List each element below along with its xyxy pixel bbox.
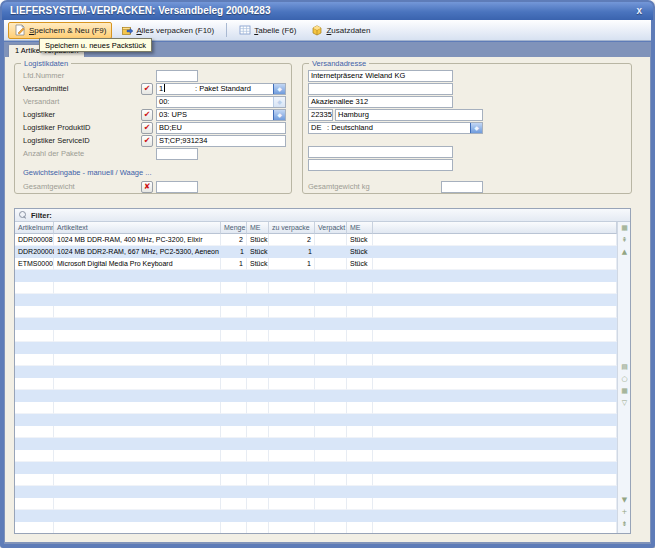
table-cell (221, 486, 247, 498)
gesamtgewicht-xmark-icon[interactable]: ✘ (141, 181, 153, 193)
table-cell (54, 474, 221, 486)
table-row[interactable]: ETMS00003Microsoft Digital Media Pro Key… (15, 258, 617, 270)
nav-last-icon[interactable]: ⇟ (618, 519, 631, 529)
table-cell (315, 270, 347, 282)
address-extra1-field[interactable] (308, 146, 453, 158)
table-row[interactable] (15, 318, 617, 330)
table-cell (315, 522, 347, 533)
column-header-7[interactable]: ME (347, 222, 373, 234)
address-city-field[interactable]: Hamburg (335, 109, 483, 121)
country-dropdown-icon[interactable]: ◆ (470, 123, 482, 133)
table-row[interactable] (15, 378, 617, 390)
table-row[interactable] (15, 330, 617, 342)
column-chooser-icon[interactable]: ▦ (618, 223, 631, 233)
table-cell (54, 270, 221, 282)
close-icon[interactable]: x (636, 2, 642, 20)
table-cell (221, 306, 247, 318)
nav-filter-icon[interactable]: ▽ (618, 398, 631, 408)
table-row[interactable] (15, 270, 617, 282)
extra-data-button[interactable]: Zusatzdaten (305, 22, 376, 39)
column-header-6[interactable]: Verpackt (315, 222, 347, 234)
address-name2-field[interactable] (308, 83, 453, 95)
table-row[interactable] (15, 510, 617, 522)
address-zip-field[interactable]: 22335 (308, 109, 333, 121)
column-header-3[interactable]: Menge (221, 222, 247, 234)
weight-section-label[interactable]: Gewichtseingabe - manuell / Waage ... (23, 167, 152, 178)
nav-list-icon[interactable]: ▤ (618, 362, 631, 372)
grid-scrollbar[interactable]: ▦ ⇞ ▲ ▤ ○ ▦ ▽ ▼ + ⇟ (617, 222, 630, 533)
table-row[interactable] (15, 522, 617, 533)
table-button[interactable]: Tabelle (F6) (233, 22, 302, 39)
anzahl-pakete-field[interactable] (156, 148, 198, 160)
table-row[interactable] (15, 486, 617, 498)
pack-all-button[interactable]: Alles verpacken (F10) (115, 22, 220, 39)
table-cell (54, 510, 221, 522)
versandmittel-checkmark-icon[interactable]: ✔ (141, 83, 153, 95)
table-row[interactable]: DDR2000081024 MB DDR2-RAM, 667 MHz, PC2-… (15, 246, 617, 258)
produkt-id-field[interactable]: BD;EU (156, 122, 286, 134)
table-cell (347, 270, 373, 282)
table-cell (315, 462, 347, 474)
column-header-4[interactable]: ME (247, 222, 269, 234)
address-name1-field[interactable]: Internetpräsenz Wieland KG (308, 70, 453, 82)
service-id-field[interactable]: ST;CP;931234 (156, 135, 286, 147)
table-cell (247, 438, 269, 450)
filter-bar[interactable]: Filter: (15, 209, 630, 222)
column-header-1[interactable]: Artikelnummer (15, 222, 54, 234)
column-header-5[interactable]: zu verpacke (269, 222, 315, 234)
table-row[interactable] (15, 498, 617, 510)
save-new-button[interactable]: Speichern & Neu (F9) (8, 22, 112, 39)
table-row[interactable] (15, 462, 617, 474)
nav-prev-icon[interactable]: ▲ (618, 247, 631, 257)
table-row[interactable] (15, 342, 617, 354)
gesamtgewicht-field[interactable] (156, 181, 198, 193)
table-row[interactable] (15, 474, 617, 486)
versandmittel-combo[interactable]: 1 : Paket Standard ◆ (156, 83, 286, 95)
versandmittel-dropdown-icon[interactable]: ◆ (273, 84, 285, 94)
table-cell: DDR00008 (15, 234, 54, 246)
table-row[interactable] (15, 306, 617, 318)
table-cell (54, 462, 221, 474)
nav-next-icon[interactable]: ▼ (618, 495, 631, 505)
nav-add-icon[interactable]: + (618, 507, 631, 517)
table-cell (221, 402, 247, 414)
table-cell (247, 426, 269, 438)
nav-search-icon[interactable]: ○ (618, 374, 631, 384)
table-row[interactable] (15, 354, 617, 366)
table-cell (247, 354, 269, 366)
table-cell (54, 498, 221, 510)
table-row[interactable] (15, 282, 617, 294)
table-row[interactable] (15, 390, 617, 402)
nav-grid-icon[interactable]: ▦ (618, 386, 631, 396)
table-cell (315, 378, 347, 390)
address-country-combo[interactable]: DE : Deutschland ◆ (308, 122, 483, 134)
table-cell (315, 402, 347, 414)
client-area: 1 Artikel verpacken Speichern u. neues P… (4, 42, 651, 544)
toolbar-separator (226, 23, 227, 37)
logistiker-dropdown-icon[interactable]: ◆ (273, 110, 285, 120)
weight-kg-field[interactable] (441, 181, 483, 193)
table-row[interactable] (15, 450, 617, 462)
produkt-id-checkmark-icon[interactable]: ✔ (141, 122, 153, 134)
table-cell (373, 378, 617, 390)
table-cell (15, 294, 54, 306)
table-row[interactable] (15, 414, 617, 426)
table-row[interactable] (15, 366, 617, 378)
nav-first-icon[interactable]: ⇞ (618, 235, 631, 245)
logistics-group: Logistikdaten Lfd.Nummer Versandmittel ✔… (14, 63, 292, 194)
table-row[interactable] (15, 294, 617, 306)
address-street-field[interactable]: Akazienallee 312 (308, 96, 453, 108)
lfd-nummer-field[interactable] (156, 70, 198, 82)
table-cell (221, 330, 247, 342)
logistiker-checkmark-icon[interactable]: ✔ (141, 109, 153, 121)
table-row[interactable] (15, 402, 617, 414)
address-extra2-field[interactable] (308, 159, 453, 171)
column-header-2[interactable]: Artikeltext (54, 222, 221, 234)
table-cell (315, 390, 347, 402)
table-row[interactable]: DDR000081024 MB DDR-RAM, 400 MHz, PC-320… (15, 234, 617, 246)
service-id-checkmark-icon[interactable]: ✔ (141, 135, 153, 147)
table-cell (54, 366, 221, 378)
table-row[interactable] (15, 438, 617, 450)
table-row[interactable] (15, 426, 617, 438)
logistiker-combo[interactable]: 03: UPS ◆ (156, 109, 286, 121)
